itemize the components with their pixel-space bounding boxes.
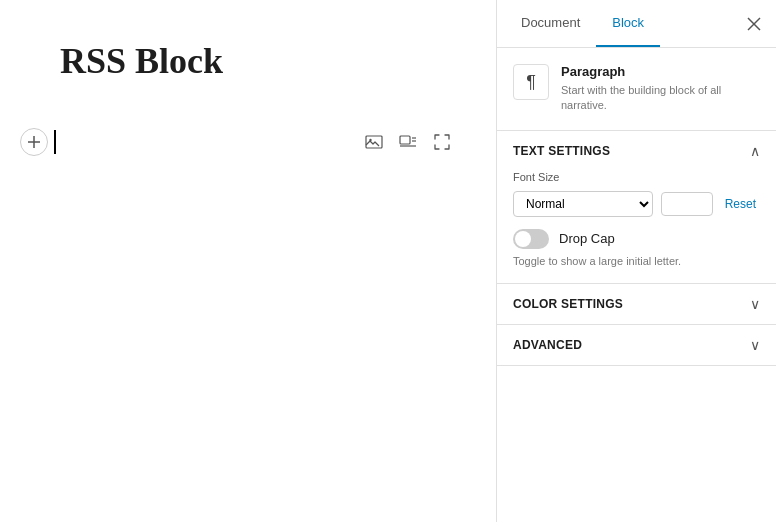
advanced-header[interactable]: Advanced ∨ — [497, 325, 776, 365]
block-info-text: Paragraph Start with the building block … — [561, 64, 760, 114]
text-settings-content: Font Size Normal Small Medium Large Extr… — [497, 171, 776, 283]
font-size-reset-button[interactable]: Reset — [721, 193, 760, 215]
tab-block[interactable]: Block — [596, 0, 660, 47]
block-info-title: Paragraph — [561, 64, 760, 79]
font-size-select[interactable]: Normal Small Medium Large Extra Large — [513, 191, 653, 217]
text-settings-chevron-icon: ∧ — [750, 143, 760, 159]
sidebar-close-button[interactable] — [740, 10, 768, 38]
advanced-chevron-icon: ∨ — [750, 337, 760, 353]
sidebar-tabs: Document Block — [497, 0, 776, 48]
color-settings-label: Color Settings — [513, 297, 623, 311]
image-align-button[interactable] — [394, 128, 422, 156]
block-icon: ¶ — [513, 64, 549, 100]
text-settings-section: Text Settings ∧ Font Size Normal Small M… — [497, 131, 776, 284]
toggle-knob — [515, 231, 531, 247]
block-info-desc: Start with the building block of all nar… — [561, 83, 760, 114]
advanced-section: Advanced ∨ — [497, 325, 776, 366]
advanced-label: Advanced — [513, 338, 582, 352]
drop-cap-hint: Toggle to show a large initial letter. — [513, 255, 760, 267]
toolbar-right — [360, 128, 456, 156]
fullscreen-button[interactable] — [428, 128, 456, 156]
svg-rect-4 — [400, 136, 410, 144]
text-cursor — [54, 130, 56, 154]
image-button[interactable] — [360, 128, 388, 156]
editor-title: RSS Block — [60, 40, 436, 82]
font-size-number-input[interactable] — [661, 192, 713, 216]
text-settings-label: Text Settings — [513, 144, 610, 158]
color-settings-section: Color Settings ∨ — [497, 284, 776, 325]
color-settings-chevron-icon: ∨ — [750, 296, 760, 312]
add-block-button[interactable] — [20, 128, 48, 156]
sidebar: Document Block ¶ Paragraph Start with th… — [496, 0, 776, 522]
editor-area: RSS Block — [0, 0, 496, 522]
drop-cap-label: Drop Cap — [559, 231, 615, 246]
drop-cap-row: Drop Cap — [513, 229, 760, 249]
tab-document[interactable]: Document — [505, 0, 596, 47]
block-info: ¶ Paragraph Start with the building bloc… — [497, 48, 776, 131]
color-settings-header[interactable]: Color Settings ∨ — [497, 284, 776, 324]
font-size-label: Font Size — [513, 171, 760, 183]
text-settings-header[interactable]: Text Settings ∧ — [497, 131, 776, 171]
drop-cap-toggle[interactable] — [513, 229, 549, 249]
font-size-row: Normal Small Medium Large Extra Large Re… — [513, 191, 760, 217]
